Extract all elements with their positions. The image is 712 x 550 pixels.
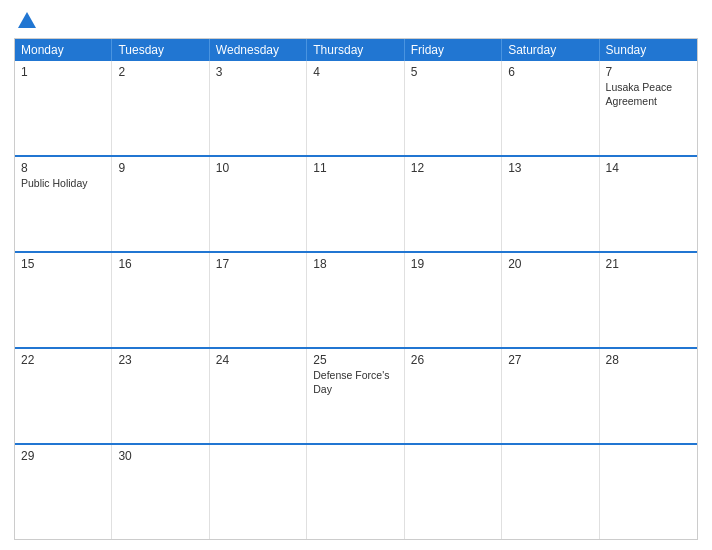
day-number: 14	[606, 161, 691, 175]
calendar-header-row: MondayTuesdayWednesdayThursdayFridaySatu…	[15, 39, 697, 61]
cal-cell: 19	[405, 253, 502, 347]
day-number: 6	[508, 65, 592, 79]
day-number: 7	[606, 65, 691, 79]
cal-cell: 20	[502, 253, 599, 347]
day-number: 17	[216, 257, 300, 271]
cal-cell: 17	[210, 253, 307, 347]
cal-cell: 1	[15, 61, 112, 155]
cal-cell	[307, 445, 404, 539]
cal-cell: 22	[15, 349, 112, 443]
cal-cell: 11	[307, 157, 404, 251]
cal-cell: 30	[112, 445, 209, 539]
day-number: 22	[21, 353, 105, 367]
day-number: 10	[216, 161, 300, 175]
cal-cell: 21	[600, 253, 697, 347]
day-number: 30	[118, 449, 202, 463]
cal-cell: 26	[405, 349, 502, 443]
cal-cell: 7Lusaka Peace Agreement	[600, 61, 697, 155]
day-number: 1	[21, 65, 105, 79]
day-number: 28	[606, 353, 691, 367]
calendar: MondayTuesdayWednesdayThursdayFridaySatu…	[14, 38, 698, 540]
cal-cell: 28	[600, 349, 697, 443]
day-number: 12	[411, 161, 495, 175]
cal-cell: 13	[502, 157, 599, 251]
day-number: 8	[21, 161, 105, 175]
calendar-page: MondayTuesdayWednesdayThursdayFridaySatu…	[0, 0, 712, 550]
day-header-thursday: Thursday	[307, 39, 404, 61]
day-header-monday: Monday	[15, 39, 112, 61]
day-number: 5	[411, 65, 495, 79]
cal-cell: 29	[15, 445, 112, 539]
calendar-body: 1234567Lusaka Peace Agreement8Public Hol…	[15, 61, 697, 539]
cal-cell: 25Defense Force's Day	[307, 349, 404, 443]
cal-cell: 2	[112, 61, 209, 155]
cal-cell: 18	[307, 253, 404, 347]
svg-marker-0	[18, 12, 36, 28]
cal-cell	[502, 445, 599, 539]
week-row-2: 8Public Holiday91011121314	[15, 155, 697, 251]
day-header-sunday: Sunday	[600, 39, 697, 61]
week-row-5: 2930	[15, 443, 697, 539]
cal-cell: 8Public Holiday	[15, 157, 112, 251]
cal-cell: 15	[15, 253, 112, 347]
cal-cell	[600, 445, 697, 539]
week-row-1: 1234567Lusaka Peace Agreement	[15, 61, 697, 155]
day-number: 13	[508, 161, 592, 175]
day-number: 27	[508, 353, 592, 367]
cal-cell: 9	[112, 157, 209, 251]
logo	[14, 10, 38, 32]
cal-cell: 3	[210, 61, 307, 155]
cal-cell	[210, 445, 307, 539]
day-number: 26	[411, 353, 495, 367]
week-row-4: 22232425Defense Force's Day262728	[15, 347, 697, 443]
logo-icon	[16, 10, 38, 32]
cal-cell: 12	[405, 157, 502, 251]
cal-cell: 6	[502, 61, 599, 155]
cal-cell: 23	[112, 349, 209, 443]
day-number: 3	[216, 65, 300, 79]
day-number: 15	[21, 257, 105, 271]
week-row-3: 15161718192021	[15, 251, 697, 347]
day-number: 9	[118, 161, 202, 175]
cal-cell	[405, 445, 502, 539]
day-number: 11	[313, 161, 397, 175]
day-header-tuesday: Tuesday	[112, 39, 209, 61]
day-number: 24	[216, 353, 300, 367]
day-number: 19	[411, 257, 495, 271]
day-header-friday: Friday	[405, 39, 502, 61]
cal-cell: 16	[112, 253, 209, 347]
day-number: 25	[313, 353, 397, 367]
cal-cell: 24	[210, 349, 307, 443]
event-label: Defense Force's Day	[313, 369, 389, 395]
header	[14, 10, 698, 32]
day-number: 2	[118, 65, 202, 79]
cal-cell: 10	[210, 157, 307, 251]
day-number: 18	[313, 257, 397, 271]
day-number: 4	[313, 65, 397, 79]
day-number: 23	[118, 353, 202, 367]
cal-cell: 27	[502, 349, 599, 443]
day-number: 20	[508, 257, 592, 271]
event-label: Public Holiday	[21, 177, 88, 189]
day-header-saturday: Saturday	[502, 39, 599, 61]
cal-cell: 5	[405, 61, 502, 155]
cal-cell: 4	[307, 61, 404, 155]
day-header-wednesday: Wednesday	[210, 39, 307, 61]
day-number: 21	[606, 257, 691, 271]
event-label: Lusaka Peace Agreement	[606, 81, 673, 107]
cal-cell: 14	[600, 157, 697, 251]
day-number: 29	[21, 449, 105, 463]
day-number: 16	[118, 257, 202, 271]
